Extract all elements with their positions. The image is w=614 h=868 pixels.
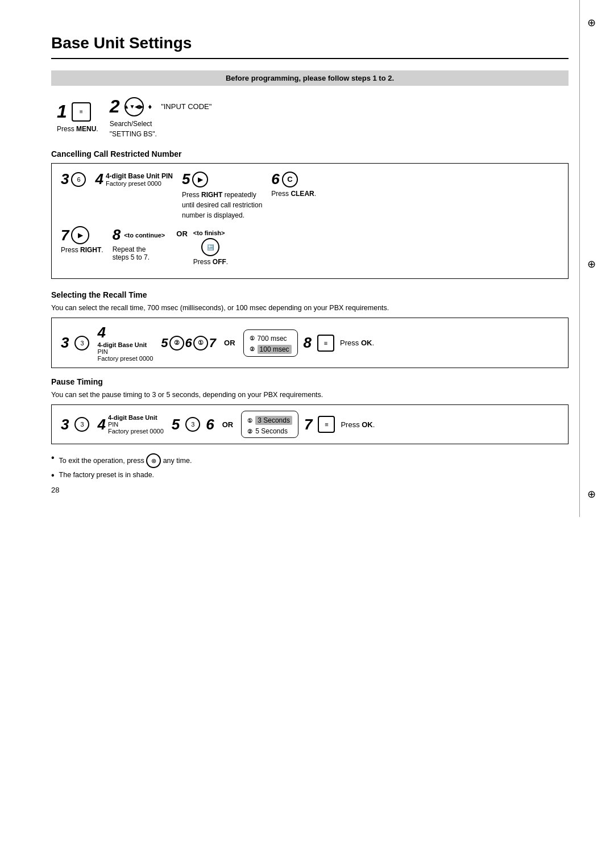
recall-step6: 6 (185, 336, 192, 350)
exit-icon: ⊗ (146, 453, 161, 468)
recall-desc: You can select the recall time, 700 msec… (51, 304, 569, 312)
cancel-press-off: Press OFF. (193, 258, 228, 266)
recall-option1: ① 700 msec (250, 335, 292, 343)
pause-step5-num: 5 (172, 416, 180, 433)
recall-preset: Factory preset 0000 (97, 355, 153, 362)
cancel-step8-label: <to continue> (124, 232, 165, 239)
cancel-step7-press: Press RIGHT. (61, 246, 103, 254)
recall-step-row: 3 3 4 4-digit Base Unit PIN Factory pres… (61, 324, 559, 362)
pause-step5-circle: 3 (185, 417, 200, 432)
menu-icon: ≡ (72, 102, 91, 122)
recall-options: ① 700 msec ② 100 msec (243, 329, 298, 357)
cancel-step5: 5 ▶ Press RIGHT repeatedly until desired… (182, 170, 262, 220)
right-border-line (579, 0, 580, 517)
cancel-step5-desc: Press RIGHT repeatedly until desired cal… (182, 190, 262, 220)
prereq-bar: Before programming, please follow steps … (51, 70, 569, 86)
recall-opt1-text: 700 msec (258, 335, 287, 343)
pause-step3-num: 3 (61, 416, 69, 433)
pause-or-text: OR (220, 420, 236, 429)
step1-cell: 1 ≡ Press MENU. (57, 101, 98, 133)
recall-opt1-num: ① (250, 335, 255, 341)
recall-step3-circle: 3 (74, 336, 89, 350)
cancel-step5-num: 5 (182, 170, 190, 188)
cancel-step8-num: 8 (113, 226, 121, 244)
step1-label: Press MENU. (57, 125, 98, 133)
cancel-step4-preset: Factory preset 0000 (106, 180, 173, 187)
cancel-step7-icon: ▶ (71, 226, 89, 244)
recall-step4-block: 4 4-digit Base Unit PIN Factory preset 0… (97, 324, 153, 362)
pause-option1: ① 3 Seconds (247, 416, 292, 425)
pause-pin: PIN (108, 421, 164, 428)
cancel-step7-num: 7 (61, 227, 69, 244)
cancel-to-finish: <to finish> 🔚 Press OFF. (193, 229, 228, 266)
pause-ok-icon: ≡ (318, 416, 335, 433)
pause-step6-num: 6 (206, 416, 214, 433)
bullet-dot-2: • (51, 471, 55, 480)
pause-preset: Factory preset 0000 (108, 428, 164, 435)
pause-press-ok: Press OK. (341, 420, 375, 429)
page-number: 28 (51, 486, 59, 494)
pause-desc: You can set the pause timing to 3 or 5 s… (51, 391, 569, 399)
pause-step7-num: 7 (304, 416, 312, 433)
cancel-step6-press: Press CLEAR. (271, 190, 316, 198)
cancel-row2: 7 ▶ Press RIGHT. 8 <to continue> Repeat … (61, 226, 559, 266)
bullet-dot-1: • (51, 453, 55, 462)
cancel-heading: Cancelling Call Restricted Number (51, 149, 569, 158)
cancel-box: 3 6 4 4-digit Base Unit PIN Factory pres… (51, 163, 569, 279)
bullet-item-2: • The factory preset is in shade. (51, 471, 569, 480)
cancel-off-icon: 🔚 (201, 238, 219, 256)
cancel-step4-num: 4 (95, 170, 103, 188)
cancel-step3-circle: 6 (71, 172, 86, 187)
arrows-icon: ▲▼◀▶ (125, 97, 144, 116)
bullet-text-1: To exit the operation, press ⊗ any time. (59, 453, 192, 468)
recall-ok-icon: ≡ (317, 335, 334, 352)
pause-four-digit: 4-digit Base Unit (108, 414, 164, 421)
bullet-text-2: The factory preset is in shade. (59, 471, 154, 479)
pause-opt2-num: ② (247, 428, 252, 435)
recall-press-ok: Press OK. (340, 339, 374, 347)
cancel-step4: 4 4-digit Base Unit PIN Factory preset 0… (95, 170, 172, 188)
cancel-step3-num: 3 (61, 170, 69, 188)
recall-step8-num: 8 (304, 334, 312, 352)
recall-four-digit: 4-digit Base Unit (97, 341, 153, 348)
pause-step4-num: 4 (97, 416, 105, 433)
pause-box: 3 3 4 4-digit Base Unit PIN Factory pres… (51, 404, 569, 444)
input-code-arrow: ♦ (148, 102, 152, 111)
recall-s5-circle: ② (169, 336, 184, 350)
recall-step7: 7 (209, 336, 216, 350)
recall-s6-circle: ① (193, 336, 208, 350)
pause-opt2-text: 5 Seconds (255, 427, 288, 435)
recall-step5: 5 (161, 336, 168, 350)
pause-step3-circle: 3 (74, 417, 89, 432)
pause-opt1-num: ① (247, 418, 252, 424)
step2-labels: Search/Select "SETTING BS". (110, 119, 157, 138)
cancel-to-finish-label: <to finish> (193, 229, 225, 236)
page-title: Base Unit Settings (51, 34, 569, 59)
step1-num: 1 (57, 101, 67, 122)
step2-cell: 2 ▲▼◀▶ ♦ "INPUT CODE" Search/Select "SET… (110, 96, 212, 138)
input-code-text: "INPUT CODE" (161, 102, 211, 111)
bullets-section: • To exit the operation, press ⊗ any tim… (51, 453, 569, 480)
pause-heading: Pause Timing (51, 377, 569, 386)
cancel-step5-icon: ▶ (192, 172, 208, 187)
cancel-step5-desc1: Press RIGHT repeatedly (182, 191, 256, 199)
recall-heading: Selecting the Recall Time (51, 290, 569, 299)
recall-opt2-num: ② (250, 346, 255, 352)
cancel-or-block: OR <to finish> 🔚 Press OFF. (174, 226, 228, 266)
cancel-step6-num: 6 (271, 170, 279, 188)
cancel-step6-icon: C (282, 172, 298, 187)
reg-mark-top: ⊕ (586, 17, 597, 28)
cancel-row1: 3 6 4 4-digit Base Unit PIN Factory pres… (61, 170, 559, 220)
cancel-step3: 3 6 (61, 170, 86, 188)
step2-label1: Search/Select (110, 120, 152, 128)
recall-steps567: 5② 6① 7 (161, 336, 216, 350)
recall-pin: PIN (97, 348, 153, 355)
cancel-or-text: OR (174, 229, 190, 238)
recall-or-text: OR (222, 339, 238, 347)
step2-num: 2 (110, 96, 120, 117)
recall-opt2-text: 100 msec (258, 345, 292, 354)
pause-option2: ② 5 Seconds (247, 427, 292, 435)
recall-step4-num: 4 (97, 324, 153, 341)
cancel-step8-desc: Repeat the steps 5 to 7. (113, 245, 150, 261)
bullet-item-1: • To exit the operation, press ⊗ any tim… (51, 453, 569, 468)
